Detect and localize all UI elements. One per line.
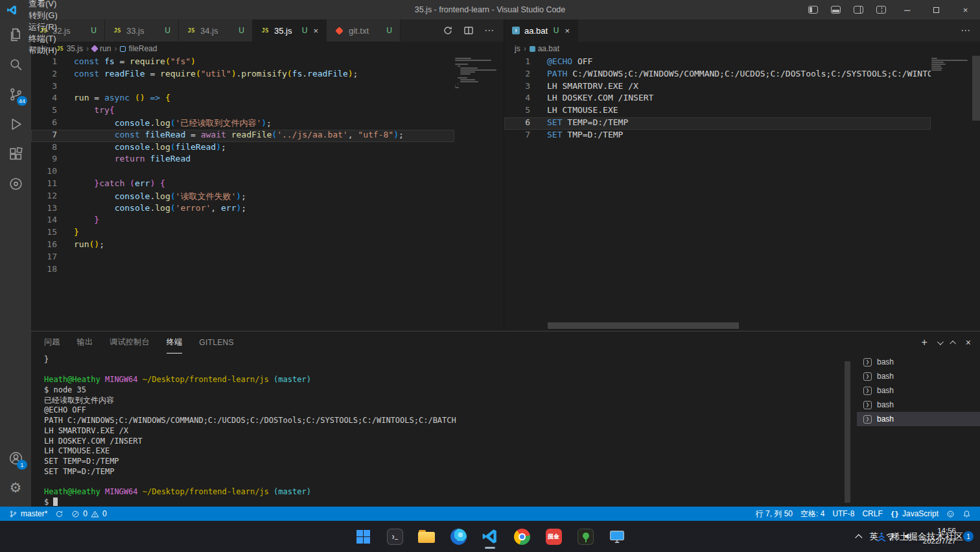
close-panel-icon[interactable]: ×: [966, 337, 971, 348]
juejin-app-icon[interactable]: 掘金: [541, 523, 566, 549]
toggle-secondary-sidebar-icon[interactable]: [854, 6, 863, 14]
minimap-line: [455, 87, 459, 88]
minimap-line: [458, 83, 458, 84]
terminal-line: SET TEMP=D:/TEMP: [44, 457, 857, 467]
panel-tab-GITLENS[interactable]: GITLENS: [199, 331, 233, 354]
account-icon[interactable]: 1: [0, 443, 31, 473]
tab-git.txt[interactable]: git.txtU: [327, 19, 401, 42]
terminal-icon: [863, 415, 872, 424]
display-settings-icon[interactable]: [604, 523, 630, 549]
edge-icon[interactable]: [445, 523, 471, 549]
menu-item[interactable]: 帮助(H): [23, 45, 64, 56]
panel-tab-问题[interactable]: 问题: [44, 331, 60, 354]
terminal-line: PATH C:/WINDOWS;C:/WINDOWS/COMMAND;C:/UC…: [44, 416, 857, 426]
language-mode[interactable]: {} JavaScript: [887, 507, 942, 521]
breadcrumb: js›JS35.js›run›fileRead: [31, 42, 504, 56]
terminal-line: $: [44, 498, 857, 507]
terminal-tab-bash[interactable]: bash: [857, 412, 980, 426]
extensions-icon[interactable]: [0, 139, 31, 169]
run-debug-icon[interactable]: [0, 109, 31, 139]
notifications-bell-icon[interactable]: [959, 507, 975, 521]
code-editor-aabat[interactable]: 1@ECHO OFF2PATH C:/WINDOWS;C:/WINDOWS/CO…: [504, 56, 980, 331]
more-actions-icon[interactable]: ⋯: [961, 25, 971, 36]
minimap-line: [931, 69, 942, 71]
split-editor-icon[interactable]: [463, 25, 474, 36]
breadcrumb-item-fileRead[interactable]: fileRead: [120, 44, 157, 53]
breadcrumb-item-js[interactable]: js: [515, 44, 520, 53]
line-number: 4: [504, 93, 547, 105]
minimize-button[interactable]: ─: [892, 0, 922, 19]
breadcrumb-item-run[interactable]: run: [92, 44, 111, 53]
tray-chevron-icon[interactable]: [858, 534, 863, 539]
maximize-button[interactable]: [922, 0, 951, 19]
minimap[interactable]: [931, 58, 972, 71]
terminal-tab-bash[interactable]: bash: [857, 383, 980, 398]
problems-indicator[interactable]: 0 0: [67, 507, 110, 521]
editor-group-right: aa.batU× ⋯ js›aa.bat 1@ECHO OFF2PATH C:/…: [504, 19, 980, 331]
menu-item[interactable]: 终端(T): [23, 33, 64, 45]
terminal-tab-bash[interactable]: bash: [857, 398, 980, 412]
line-number: 7: [31, 130, 74, 142]
toggle-sidebar-icon[interactable]: [808, 6, 818, 14]
menu-item[interactable]: 查看(V): [23, 0, 64, 10]
panel-tab-输出[interactable]: 输出: [77, 331, 93, 354]
breadcrumb-label: fileRead: [128, 44, 157, 53]
minimap-line: [931, 66, 941, 67]
terminal-tab-bash[interactable]: bash: [857, 355, 980, 369]
minimap[interactable]: [455, 58, 495, 93]
indentation-setting[interactable]: 空格: 4: [797, 507, 828, 521]
tab-34.js[interactable]: JS34.jsU: [179, 19, 253, 42]
terminal-output[interactable]: }Heath@Heathy MINGW64 ~/Desktop/frontend…: [31, 354, 857, 507]
encoding-setting[interactable]: UTF-8: [828, 507, 858, 521]
braces-icon: {}: [891, 510, 899, 518]
code-line: 10: [31, 166, 454, 178]
settings-gear-icon[interactable]: ⚙: [0, 473, 31, 503]
close-tab-icon[interactable]: ×: [313, 26, 318, 36]
run-file-icon[interactable]: [443, 25, 453, 36]
menu-item[interactable]: 转到(G): [23, 10, 64, 21]
maximize-panel-icon[interactable]: [950, 340, 956, 346]
line-number: 16: [31, 239, 74, 252]
terminal-tab-bash[interactable]: bash: [857, 369, 980, 383]
minimap-line: [458, 77, 467, 78]
chrome-icon[interactable]: [509, 523, 535, 549]
close-button[interactable]: ×: [951, 0, 980, 19]
wechat-devtools-icon[interactable]: [572, 523, 598, 549]
tab-label: 35.js: [274, 26, 292, 36]
vscode-taskbar-icon[interactable]: [477, 523, 503, 549]
code-editor-35js[interactable]: 1const fs = require("fs")2const readFile…: [31, 56, 504, 331]
eol-setting[interactable]: CRLF: [858, 507, 886, 521]
customize-layout-icon[interactable]: [876, 6, 886, 14]
line-number: 1: [504, 56, 547, 69]
file-explorer-icon[interactable]: [414, 523, 439, 549]
code-line: 3LH SMARTDRV.EXE /X: [504, 81, 931, 93]
terminal-tab-label: bash: [877, 372, 894, 381]
close-tab-icon[interactable]: ×: [565, 26, 570, 36]
toggle-panel-icon[interactable]: [831, 6, 841, 14]
sync-button[interactable]: [51, 507, 67, 521]
notification-badge[interactable]: 1: [963, 531, 974, 542]
line-number: 3: [504, 81, 547, 93]
start-button[interactable]: [350, 523, 376, 549]
breadcrumb-item-aa.bat[interactable]: aa.bat: [530, 44, 559, 53]
feedback-icon[interactable]: [942, 507, 959, 521]
new-terminal-icon[interactable]: +: [921, 337, 927, 348]
panel-tab-终端[interactable]: 终端: [167, 331, 183, 354]
extension-circle-icon[interactable]: [0, 169, 31, 198]
tab-33.js[interactable]: JS33.jsU: [105, 19, 179, 42]
more-actions-icon[interactable]: ⋯: [484, 25, 495, 36]
horizontal-scrollbar[interactable]: [548, 322, 739, 329]
tab-35.js[interactable]: JS35.jsU×: [253, 19, 327, 42]
vertical-scrollbar[interactable]: [972, 56, 980, 121]
terminal-dropdown-icon[interactable]: [937, 339, 944, 345]
warning-icon: [91, 510, 99, 518]
panel-tab-调试控制台[interactable]: 调试控制台: [110, 331, 150, 354]
tab-aa.bat[interactable]: aa.batU×: [504, 19, 578, 42]
cursor-position[interactable]: 行 7, 列 50: [752, 507, 797, 521]
terminal-scrollbar[interactable]: [845, 361, 850, 503]
menu-item[interactable]: 运行(R): [23, 21, 64, 33]
source-control-icon[interactable]: 44: [0, 79, 31, 109]
branch-indicator[interactable]: master*: [5, 507, 51, 521]
terminal-app-icon[interactable]: [382, 523, 408, 549]
bat-icon: [530, 46, 535, 52]
